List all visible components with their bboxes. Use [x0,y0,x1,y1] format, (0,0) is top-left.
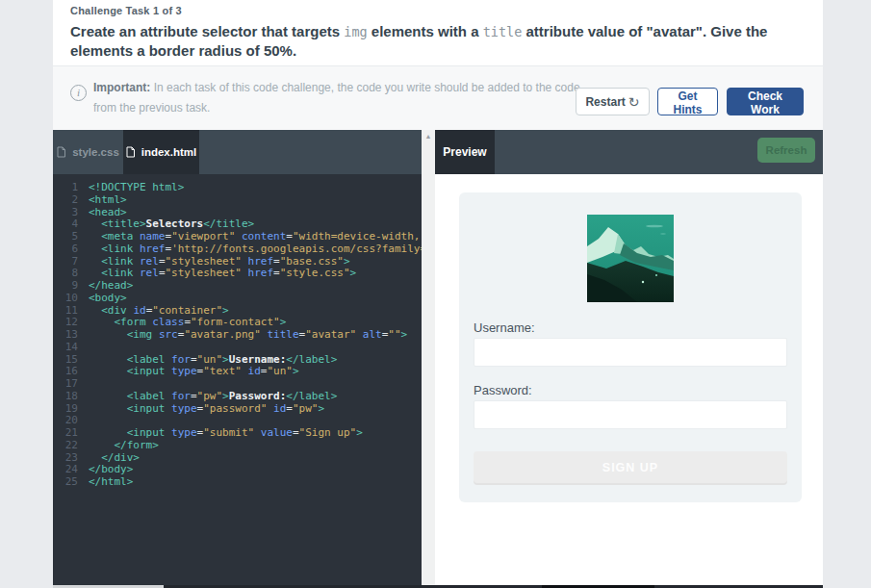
info-icon: i [70,85,87,101]
avatar-image [587,215,674,302]
username-label: Username: [474,320,535,335]
task-description: Create an attribute selector that target… [70,22,804,61]
file-icon [126,146,135,158]
restart-label: Restart [585,95,625,109]
tab-style-css[interactable]: style.css [53,130,123,174]
get-hints-button[interactable]: Get Hints [657,88,718,115]
notice-label: Important: [93,81,150,94]
scroll-up-icon[interactable]: ▲ [422,133,435,140]
editor-scrollbar[interactable]: ▲ [422,130,435,585]
restart-button[interactable]: Restart↺ [576,88,650,115]
page: Challenge Task 1 of 3 Create an attribut… [0,0,871,588]
code-line: 25</html> [53,476,422,489]
code-editor-panel: style.css index.html 1<!DOCTYPE html>2<h… [53,130,422,585]
code-line: 19 <input type="password" id="pw"> [53,403,422,416]
username-input[interactable] [474,338,787,367]
password-input[interactable] [474,400,787,429]
code-line: 13 <img src="avatar.png" title="avatar" … [53,329,422,342]
editor-tab-bar: style.css index.html [53,130,422,174]
preview-header: Preview Refresh [435,130,823,174]
check-work-button[interactable]: Check Work [727,88,804,115]
preview-body: Username: Password: SIGN UP [435,174,823,585]
notice-text: Important: In each task of this code cha… [93,78,584,118]
tab-label: index.html [141,146,197,158]
task-header: Challenge Task 1 of 3 Create an attribut… [53,0,823,65]
preview-panel: Preview Refresh [435,130,823,585]
task-kicker: Challenge Task 1 of 3 [70,5,804,16]
tab-label: style.css [72,146,119,158]
notice-bar: i Important: In each task of this code c… [53,65,823,130]
notice-body: In each task of this code challenge, the… [93,81,580,115]
restart-icon: ↺ [628,94,640,110]
preview-form-card: Username: Password: SIGN UP [459,192,802,502]
refresh-button[interactable]: Refresh [757,138,815,163]
tab-preview[interactable]: Preview [435,130,495,174]
password-label: Password: [474,383,532,397]
code-line: 16 <input type="text" id="un"> [53,366,422,378]
tab-index-html[interactable]: index.html [123,130,199,174]
file-icon [57,146,65,158]
code-area[interactable]: 1<!DOCTYPE html>2<html>3<head>4 <title>S… [53,174,422,585]
sign-up-button[interactable]: SIGN UP [474,451,787,483]
